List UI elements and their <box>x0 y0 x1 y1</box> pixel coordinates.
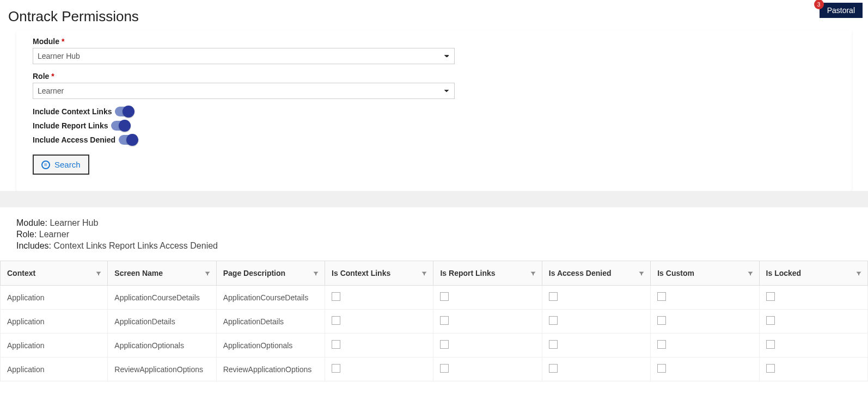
cell-context: Application <box>1 357 108 381</box>
filter-icon[interactable] <box>530 270 536 276</box>
role-label-text: Role <box>33 72 49 81</box>
cell-is-locked <box>759 357 867 381</box>
is-locked-checkbox[interactable] <box>766 340 775 349</box>
header-screen-name: Screen Name <box>108 261 216 286</box>
cell-is-report-links <box>433 310 542 334</box>
summary-role-value: Learner <box>39 230 69 239</box>
cell-is-context-links <box>325 310 433 334</box>
cell-context: Application <box>1 286 108 310</box>
cell-is-context-links <box>325 334 433 357</box>
role-select[interactable]: Learner <box>33 83 455 99</box>
summary-panel: Module: Learner Hub Role: Learner Includ… <box>0 207 868 261</box>
permissions-grid: Context Screen Name Page Description Is … <box>0 261 868 381</box>
is-locked-checkbox[interactable] <box>766 292 775 301</box>
table-row: ApplicationApplicationOptionalsApplicati… <box>1 334 868 357</box>
filter-icon[interactable] <box>204 270 211 276</box>
is-context-links-checkbox[interactable] <box>332 292 340 301</box>
cell-is-access-denied <box>542 310 650 334</box>
is-access-denied-checkbox[interactable] <box>549 292 558 301</box>
cell-screen-name: ApplicationCourseDetails <box>108 286 216 310</box>
is-context-links-checkbox[interactable] <box>332 316 340 325</box>
toggle-knob-icon <box>123 106 135 118</box>
is-report-links-checkbox[interactable] <box>440 340 449 349</box>
header-is-report-links-text: Is Report Links <box>440 269 495 277</box>
cell-context: Application <box>1 310 108 334</box>
divider-band <box>0 191 868 207</box>
top-right-toolbar: 3 Pastoral <box>820 3 863 18</box>
header-context-text: Context <box>7 269 35 277</box>
cell-page-description: ApplicationDetails <box>216 310 325 334</box>
search-form-panel: Module * Learner Hub Role * Learner Incl… <box>16 30 852 191</box>
module-select[interactable]: Learner Hub <box>33 48 455 64</box>
module-label: Module * <box>33 37 835 46</box>
filter-icon[interactable] <box>95 270 102 276</box>
filter-icon[interactable] <box>313 270 319 276</box>
summary-role-label: Role: <box>16 230 36 239</box>
include-report-links-toggle[interactable] <box>111 121 130 131</box>
is-custom-checkbox[interactable] <box>657 316 666 325</box>
summary-module-label: Module: <box>16 218 47 227</box>
include-context-links-toggle[interactable] <box>115 107 133 116</box>
is-report-links-checkbox[interactable] <box>440 292 449 301</box>
is-report-links-checkbox[interactable] <box>440 364 449 373</box>
header-page-description-text: Page Description <box>223 269 285 277</box>
cell-screen-name: ApplicationOptionals <box>108 334 216 357</box>
is-locked-checkbox[interactable] <box>766 364 775 373</box>
filter-icon[interactable] <box>855 270 862 276</box>
is-access-denied-checkbox[interactable] <box>549 316 558 325</box>
cell-screen-name: ApplicationDetails <box>108 310 216 334</box>
cell-is-report-links <box>433 334 542 357</box>
cell-is-context-links <box>325 357 433 381</box>
cell-screen-name: ReviewApplicationOptions <box>108 357 216 381</box>
module-label-text: Module <box>33 37 59 46</box>
cell-context: Application <box>1 334 108 357</box>
role-label: Role * <box>33 72 835 81</box>
cell-page-description: ApplicationCourseDetails <box>216 286 325 310</box>
cell-is-locked <box>759 334 867 357</box>
cell-is-report-links <box>433 357 542 381</box>
include-report-links-label: Include Report Links <box>33 121 108 130</box>
filter-icon[interactable] <box>421 270 427 276</box>
is-context-links-checkbox[interactable] <box>332 364 340 373</box>
filter-icon[interactable] <box>747 270 754 276</box>
search-icon <box>41 161 50 169</box>
required-star-icon: * <box>51 72 54 81</box>
header-screen-name-text: Screen Name <box>114 269 163 277</box>
toggle-knob-icon <box>126 134 138 146</box>
cell-is-locked <box>759 286 867 310</box>
cell-is-access-denied <box>542 286 650 310</box>
summary-includes-value: Context Links Report Links Access Denied <box>54 241 218 250</box>
cell-page-description: ReviewApplicationOptions <box>216 357 325 381</box>
is-access-denied-checkbox[interactable] <box>549 340 558 349</box>
notification-badge[interactable]: 3 <box>814 0 824 9</box>
header-context: Context <box>1 261 108 286</box>
include-context-links-label: Include Context Links <box>33 107 112 116</box>
table-row: ApplicationReviewApplicationOptionsRevie… <box>1 357 868 381</box>
is-context-links-checkbox[interactable] <box>332 340 340 349</box>
cell-is-context-links <box>325 286 433 310</box>
is-access-denied-checkbox[interactable] <box>549 364 558 373</box>
is-custom-checkbox[interactable] <box>657 292 666 301</box>
is-locked-checkbox[interactable] <box>766 316 775 325</box>
page-title: Ontrack Permissions <box>8 8 860 25</box>
is-report-links-checkbox[interactable] <box>440 316 449 325</box>
header-is-custom: Is Custom <box>651 261 759 286</box>
cell-is-report-links <box>433 286 542 310</box>
table-row: ApplicationApplicationDetailsApplication… <box>1 310 868 334</box>
pastoral-button[interactable]: Pastoral <box>820 3 863 18</box>
filter-icon[interactable] <box>638 270 645 276</box>
cell-is-custom <box>651 286 759 310</box>
search-button-label: Search <box>54 160 81 169</box>
is-custom-checkbox[interactable] <box>657 364 666 373</box>
toggle-knob-icon <box>119 120 131 132</box>
cell-is-custom <box>651 334 759 357</box>
cell-is-access-denied <box>542 334 650 357</box>
cell-is-access-denied <box>542 357 650 381</box>
search-button[interactable]: Search <box>33 155 89 175</box>
header-is-context-links-text: Is Context Links <box>332 269 390 277</box>
is-custom-checkbox[interactable] <box>657 340 666 349</box>
cell-page-description: ApplicationOptionals <box>216 334 325 357</box>
summary-module-value: Learner Hub <box>50 218 98 227</box>
include-access-denied-toggle[interactable] <box>119 135 137 145</box>
required-star-icon: * <box>62 37 64 46</box>
